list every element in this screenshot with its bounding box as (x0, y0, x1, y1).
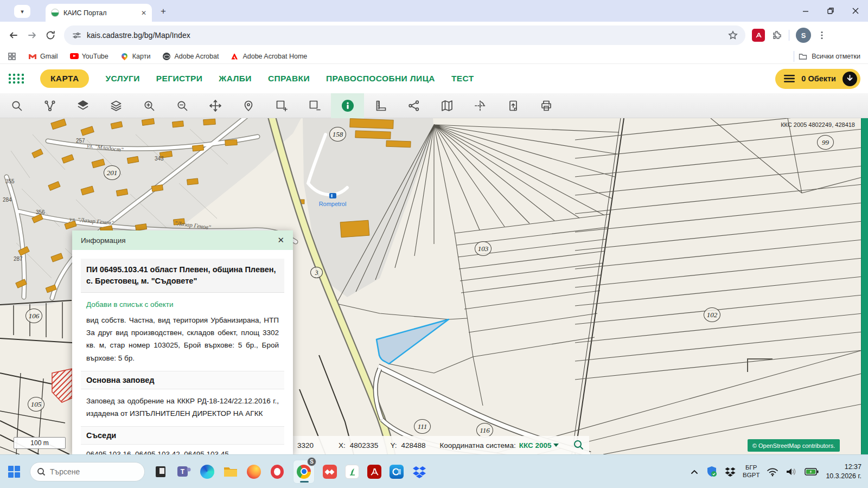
layers-multi-icon[interactable] (99, 93, 132, 118)
dropbox-tray-icon[interactable] (725, 467, 736, 477)
nav-uslugi[interactable]: УСЛУГИ (105, 74, 139, 84)
osm-attribution[interactable]: © OpenStreetMap contributors. (748, 439, 840, 452)
parcel-label-105: 105 (28, 397, 44, 412)
tab-close-icon[interactable]: ✕ (141, 9, 146, 17)
share-nodes-icon[interactable] (397, 93, 430, 118)
portal-nav: КАРТА УСЛУГИ РЕГИСТРИ ЖАЛБИ СПРАВКИ ПРАВ… (0, 64, 868, 93)
back-icon[interactable] (4, 26, 23, 44)
search-icon (37, 467, 46, 476)
layers-icon[interactable] (66, 93, 99, 118)
nav-test[interactable]: ТЕСТ (451, 74, 474, 84)
defender-shield-icon[interactable] (706, 466, 718, 478)
map-scrollbar[interactable] (861, 118, 868, 454)
statusbar-search-icon[interactable] (573, 439, 585, 451)
bookmark-gmail[interactable]: Gmail (28, 52, 58, 61)
x-label: X: (339, 441, 346, 450)
tray-chevron-up-icon[interactable] (690, 468, 699, 476)
acrobat-taskbar-icon[interactable] (367, 465, 381, 479)
nav-pravosposobni-litsa[interactable]: ПРАВОСПОСОБНИ ЛИЦА (326, 74, 435, 84)
info-tool-icon-active[interactable] (331, 93, 364, 118)
neighbors-list: 06495.103.16, 06495.103.42, 06495.103.45 (86, 450, 279, 454)
search-input[interactable] (50, 467, 131, 476)
battery-icon[interactable] (805, 468, 819, 476)
browser-addressbar: kais.cadastre.bg/bg/Map/Index S (0, 22, 868, 49)
restore-button[interactable] (818, 0, 843, 22)
bookmark-youtube[interactable]: YouTube (70, 52, 108, 61)
coord-system-dropdown-icon[interactable] (553, 444, 559, 447)
language-indicator[interactable]: БГР BGPT (743, 464, 760, 479)
menu-kebab-icon[interactable] (818, 30, 826, 40)
nav-spravki[interactable]: СПРАВКИ (268, 74, 310, 84)
window-app-icon[interactable] (153, 464, 168, 479)
dropbox-icon[interactable] (412, 464, 427, 479)
all-bookmarks-label[interactable]: Всички отметки (812, 53, 860, 60)
opera-icon[interactable] (270, 464, 285, 479)
acrobat-extension-icon[interactable] (752, 29, 765, 42)
parcel-details: вид собств. Частна, вид територия Урбани… (86, 314, 279, 364)
objects-download-icon[interactable] (843, 72, 857, 86)
divider (794, 51, 794, 62)
edge-icon[interactable] (200, 464, 215, 479)
extensions-puzzle-icon[interactable] (771, 30, 782, 41)
teams-icon[interactable]: T (176, 464, 192, 479)
kais-favicon (51, 9, 59, 17)
export-page-icon[interactable] (496, 93, 529, 118)
new-tab-button[interactable]: + (161, 6, 166, 17)
point-label: 257 (76, 138, 85, 144)
chrome-icon-active[interactable]: S (293, 460, 315, 484)
map-fold-icon[interactable] (430, 93, 463, 118)
coord-system-value[interactable]: ККС 2005 (519, 441, 552, 450)
zoom-in-icon[interactable] (132, 93, 165, 118)
url-bar[interactable]: kais.cadastre.bg/bg/Map/Index (64, 25, 745, 45)
search-tool-icon[interactable] (0, 93, 33, 118)
clock[interactable]: 12:37 10.3.2026 г. (826, 463, 861, 480)
main-order-heading: Основна заповед (81, 371, 284, 389)
selection-add-icon[interactable] (265, 93, 298, 118)
bookmark-maps[interactable]: Карти (120, 52, 151, 61)
close-button[interactable] (843, 0, 868, 22)
route-measure-icon[interactable] (33, 93, 66, 118)
objects-badge[interactable]: 0 Обекти (775, 69, 860, 89)
volume-icon[interactable] (786, 467, 797, 477)
map-statusbar: 3320 X: 4802335 Y: 428488 Координатна си… (293, 436, 589, 454)
popup-body: ПИ 06495.103.41 област Плевен, община Пл… (72, 250, 293, 454)
taskbar-search[interactable] (30, 462, 145, 481)
windows-start-icon[interactable] (7, 464, 22, 479)
bookmark-star-icon[interactable] (728, 30, 738, 40)
pan-icon[interactable] (199, 93, 232, 118)
diamond-app-icon[interactable] (323, 465, 337, 479)
bookmark-acrobat-home[interactable]: Adobe Acrobat Home (231, 52, 307, 61)
reload-icon[interactable] (41, 26, 60, 44)
poi-label: Rompetrol (308, 201, 357, 207)
zoom-out-icon[interactable] (165, 93, 199, 118)
selection-remove-icon[interactable] (298, 93, 331, 118)
location-pin-icon[interactable] (232, 93, 265, 118)
nav-zhalbi[interactable]: ЖАЛБИ (219, 74, 252, 84)
scale-ruler-icon[interactable] (364, 93, 397, 118)
forward-icon[interactable] (23, 26, 41, 44)
map-canvas[interactable]: 158 201 99 103 3 102 106 105 111 116 257… (0, 118, 868, 454)
bookmark-acrobat[interactable]: Adobe Acrobat (162, 52, 219, 61)
minimize-button[interactable] (793, 0, 818, 22)
parcel-label-102: 102 (704, 307, 720, 322)
add-to-objects-link[interactable]: Добави в списък с обекти (86, 300, 173, 309)
tab-search-button[interactable]: ▾ (14, 5, 30, 18)
firefox-icon[interactable] (246, 464, 261, 479)
apps-grid-icon[interactable] (8, 52, 16, 61)
browser-tab[interactable]: КАИС Портал ✕ (46, 4, 152, 22)
print-icon[interactable] (529, 93, 563, 118)
profile-avatar[interactable]: S (796, 28, 811, 43)
coordinate-grid-icon[interactable] (463, 93, 496, 118)
nav-registri[interactable]: РЕГИСТРИ (156, 74, 203, 84)
file-explorer-icon[interactable] (223, 464, 238, 479)
active-app-indicator (300, 481, 309, 483)
bookmarks-bar: Gmail YouTube Карти Adobe Acrobat Adobe … (0, 49, 868, 64)
fuel-station-icon (329, 193, 336, 198)
wifi-icon[interactable] (767, 467, 778, 477)
objects-count-label: 0 Обекти (801, 74, 836, 83)
b-trust-icon[interactable] (345, 465, 359, 479)
nav-karta-active[interactable]: КАРТА (40, 69, 89, 88)
kais-apps-dots-icon[interactable] (8, 73, 24, 85)
popup-close-icon[interactable]: ✕ (277, 235, 284, 245)
outlook-icon[interactable] (390, 465, 404, 479)
